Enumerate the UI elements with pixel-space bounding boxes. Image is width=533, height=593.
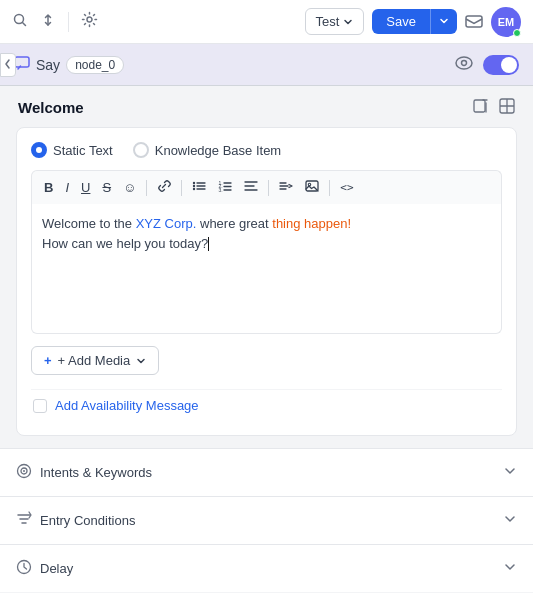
toolbar-divider-4 [329,180,330,196]
editor-line-2: How can we help you today? [42,234,491,254]
save-dropdown-button[interactable] [430,9,457,34]
radio-static-text-label: Static Text [53,143,113,158]
accordion: Intents & Keywords Entry Conditions [0,448,533,592]
node-id-badge: node_0 [66,56,124,74]
node-say-label: Say [36,57,60,73]
add-media-row: + + Add Media [31,334,502,375]
svg-text:3.: 3. [219,187,223,193]
svg-point-6 [462,61,467,66]
add-media-label: + Add Media [58,353,131,368]
svg-point-5 [456,57,472,69]
bold-button[interactable]: B [40,177,57,198]
toolbar-divider-2 [181,180,182,196]
ordered-list-button[interactable]: 1. 2. 3. [214,176,236,199]
text-company: XYZ Corp. [136,216,197,231]
accordion-entry-left: Entry Conditions [16,511,135,530]
editor-line-1: Welcome to the XYZ Corp. where great thi… [42,214,491,234]
svg-point-9 [193,182,195,184]
main-toolbar: Test Save EM [0,0,533,44]
availability-row: Add Availability Message [31,389,502,421]
node-visibility-icon[interactable] [455,56,473,73]
editor-content[interactable]: Welcome to the XYZ Corp. where great thi… [31,204,502,334]
text-where: where great [196,216,272,231]
availability-label: Add Availability Message [55,398,199,413]
radio-kb-item[interactable]: Knowledge Base Item [133,142,281,158]
text-welcome: Welcome to the [42,216,136,231]
toolbar-divider [68,12,69,32]
strikethrough-button[interactable]: S [98,177,115,198]
add-media-plus: + [44,353,52,368]
toolbar-right: Test Save EM [305,7,521,37]
accordion-item-delay[interactable]: Delay [0,544,533,592]
expand-icon[interactable] [499,98,515,117]
toolbar-divider-3 [268,180,269,196]
test-button[interactable]: Test [305,8,365,35]
welcome-title: Welcome [18,99,84,116]
toggle-thumb [501,57,517,73]
text-thing: thing happen! [272,216,351,231]
accordion-intents-left: Intents & Keywords [16,463,152,482]
accordion-intents-label: Intents & Keywords [40,465,152,480]
accordion-delay-chevron [503,560,517,577]
accordion-entry-chevron [503,512,517,529]
add-variation-icon[interactable] [473,98,489,117]
welcome-header-icons [473,98,515,117]
availability-checkbox[interactable] [33,399,47,413]
avatar-online-indicator [513,29,521,37]
svg-point-10 [193,185,195,187]
node-toggle[interactable] [483,55,519,75]
code-button[interactable]: <> [336,178,357,197]
align-button[interactable] [240,176,262,199]
editor-toolbar: B I U S ☺ [31,170,502,204]
node-bar-right [455,55,519,75]
svg-point-11 [193,188,195,190]
toolbar-left-icons [12,11,297,32]
content-card: Static Text Knowledge Base Item B I U S … [16,127,517,436]
svg-rect-4 [15,57,29,67]
avatar[interactable]: EM [491,7,521,37]
svg-line-1 [23,22,26,25]
intents-icon [16,463,32,482]
svg-rect-7 [474,100,485,112]
image-button[interactable] [301,176,323,199]
node-bar-left: Say node_0 [14,55,124,74]
svg-rect-3 [466,16,482,27]
svg-point-2 [87,17,92,22]
settings-icon[interactable] [81,11,98,32]
underline-button[interactable]: U [77,177,94,198]
notification-icon[interactable] [465,11,483,33]
italic-button[interactable]: I [61,177,73,198]
sort-icon[interactable] [40,12,56,32]
radio-kb-item-indicator [133,142,149,158]
radio-kb-item-label: Knowledge Base Item [155,143,281,158]
accordion-delay-label: Delay [40,561,73,576]
radio-static-text[interactable]: Static Text [31,142,113,158]
node-bar: Say node_0 [0,44,533,86]
indent-button[interactable] [275,176,297,199]
accordion-item-intents[interactable]: Intents & Keywords [0,448,533,496]
save-button[interactable]: Save [372,9,430,34]
accordion-intents-chevron [503,464,517,481]
say-node-icon [14,55,30,74]
save-button-group: Save [372,9,457,34]
svg-point-28 [23,470,25,472]
radio-static-text-indicator [31,142,47,158]
svg-point-25 [309,183,311,185]
entry-conditions-icon [16,511,32,530]
delay-icon [16,559,32,578]
add-media-button[interactable]: + + Add Media [31,346,159,375]
accordion-entry-label: Entry Conditions [40,513,135,528]
sidebar-collapse-arrow[interactable] [0,53,16,77]
main-content: Welcome Static Text [0,86,533,448]
text-how: How can we help you today? [42,236,208,251]
accordion-delay-left: Delay [16,559,73,578]
toolbar-divider-1 [146,180,147,196]
emoji-button[interactable]: ☺ [119,177,140,198]
search-icon[interactable] [12,12,28,32]
accordion-item-entry[interactable]: Entry Conditions [0,496,533,544]
link-button[interactable] [153,176,175,199]
content-type-radio-group: Static Text Knowledge Base Item [31,142,502,158]
welcome-header: Welcome [16,98,517,117]
unordered-list-button[interactable] [188,176,210,199]
text-cursor [208,237,209,251]
